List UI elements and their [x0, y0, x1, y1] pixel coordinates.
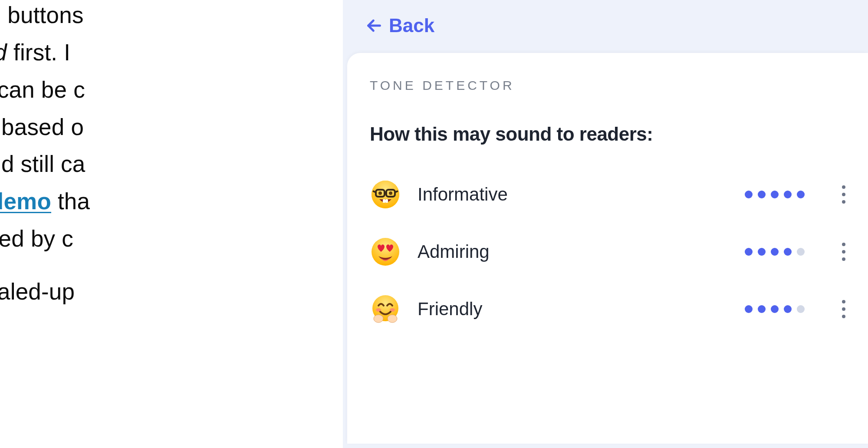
score-dot — [771, 248, 779, 256]
kebab-menu-icon[interactable] — [839, 240, 848, 264]
score-dot — [758, 305, 766, 313]
tone-score — [745, 191, 805, 198]
score-dot — [745, 191, 753, 198]
tone-score — [745, 305, 805, 313]
tone-row: Friendly — [370, 293, 848, 325]
svg-point-12 — [372, 238, 399, 266]
kebab-menu-icon[interactable] — [839, 183, 848, 206]
article-text: operty in 2015 and still ca — [0, 145, 256, 183]
score-dot — [784, 248, 792, 256]
article-text: first. I — [7, 40, 70, 65]
score-dot — [745, 305, 753, 313]
svg-line-7 — [395, 191, 398, 192]
tone-score — [745, 248, 805, 256]
svg-point-17 — [388, 315, 397, 323]
score-dot — [771, 191, 779, 198]
back-label: Back — [389, 15, 434, 36]
score-dot — [784, 191, 792, 198]
score-dot — [797, 248, 805, 256]
tone-name: Informative — [418, 184, 728, 205]
svg-rect-11 — [385, 199, 388, 203]
nerd-face-icon — [370, 179, 401, 210]
score-dot — [771, 305, 779, 313]
score-dot — [745, 248, 753, 256]
section-label: TONE DETECTOR — [370, 78, 848, 93]
article-text: tha — [51, 188, 90, 214]
back-button[interactable]: Back — [343, 0, 434, 53]
score-dot — [758, 191, 766, 198]
tone-card: TONE DETECTOR How this may sound to read… — [347, 53, 868, 444]
svg-point-16 — [374, 315, 383, 323]
tone-row: Admiring — [370, 236, 848, 267]
tone-name: Friendly — [418, 299, 728, 320]
sidebar-panel: Back TONE DETECTOR How this may sound to… — [343, 0, 868, 448]
score-dot — [797, 305, 805, 313]
score-dot — [784, 305, 792, 313]
svg-line-6 — [373, 191, 376, 192]
kebab-menu-icon[interactable] — [839, 297, 848, 321]
article-text: ne pseudo-class can be c — [0, 71, 256, 109]
article-text: ntrol over how scaled-up — [0, 273, 256, 310]
panel-heading: How this may sound to readers: — [370, 123, 848, 145]
article-text: buttons — [1, 2, 83, 28]
score-dot — [758, 248, 766, 256]
emphasis-enabled: enabled — [0, 40, 7, 65]
hugging-face-icon — [370, 293, 401, 325]
tone-list: Informative — [370, 179, 848, 325]
score-dot — [797, 191, 805, 198]
article-body: ling :inactive buttons by what's enabled… — [0, 0, 256, 310]
heart-eyes-icon — [370, 236, 401, 267]
tone-row: Informative — [370, 179, 848, 210]
svg-point-9 — [389, 191, 392, 195]
article-text: element is styled based o — [0, 109, 256, 146]
svg-rect-10 — [383, 199, 385, 203]
tone-name: Admiring — [418, 241, 728, 262]
arrow-left-icon — [365, 17, 383, 34]
svg-point-8 — [378, 191, 382, 195]
link-text: showed off a demo — [0, 188, 51, 214]
article-text: becoming obscured by c — [0, 220, 256, 257]
demo-link[interactable]: y showed off a demo — [0, 188, 51, 214]
